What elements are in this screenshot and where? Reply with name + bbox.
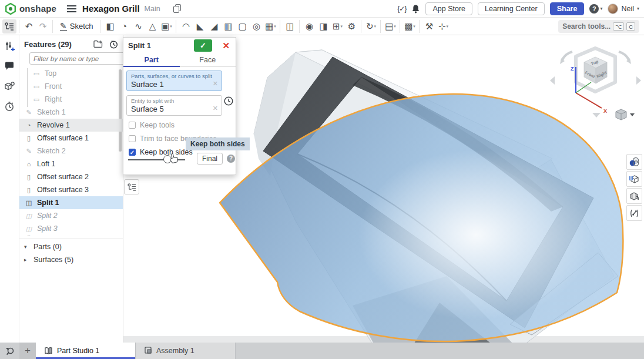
rib-icon[interactable]: ▥ bbox=[221, 19, 235, 33]
custom-tools-icon[interactable]: ⚒ bbox=[422, 19, 436, 33]
app-store-button[interactable]: App Store bbox=[425, 2, 472, 15]
chevron-down-icon[interactable]: ▾ bbox=[170, 24, 172, 29]
model-3d[interactable] bbox=[220, 50, 623, 348]
field-history-clock-icon[interactable] bbox=[224, 96, 233, 106]
add-tab-button[interactable]: + bbox=[19, 343, 36, 359]
search-tools-box[interactable]: Search tools... ⌥ C bbox=[558, 20, 639, 33]
draft-icon[interactable]: ◢ bbox=[207, 19, 221, 33]
feature-item-split-2[interactable]: ◫Split 2 bbox=[19, 209, 123, 222]
shell-icon[interactable]: ▢ bbox=[235, 19, 249, 33]
feature-item-clipped[interactable]: ▯ bbox=[19, 235, 123, 236]
collapsed-feature-list-button[interactable] bbox=[124, 179, 139, 194]
featurescript-icon[interactable]: {✓} bbox=[397, 5, 406, 13]
group-parts-0-[interactable]: ▾Parts (0) bbox=[19, 240, 123, 253]
sheet-metal-icon[interactable]: ▩▾ bbox=[402, 19, 417, 33]
insert-icon[interactable]: ⊹▾ bbox=[436, 19, 450, 33]
appearance-icon[interactable] bbox=[626, 154, 642, 170]
performance-stopwatch-icon[interactable] bbox=[3, 100, 16, 113]
mirror-icon[interactable]: ◫ bbox=[283, 19, 297, 33]
revolve-icon[interactable]: ◔ bbox=[117, 19, 131, 33]
pattern-icon[interactable]: ▦▾ bbox=[263, 19, 277, 33]
helix-icon[interactable]: ↻▾ bbox=[364, 19, 378, 33]
rotate-left-arrow-icon[interactable] bbox=[550, 76, 555, 85]
clear-tool-icon[interactable]: ✕ bbox=[213, 105, 218, 112]
publication-cube-icon[interactable] bbox=[3, 80, 16, 93]
document-title[interactable]: Hexagon Grill bbox=[82, 4, 140, 14]
modify-fillet-icon[interactable]: ⊞▾ bbox=[330, 19, 344, 33]
onshape-logo[interactable]: onshape bbox=[5, 3, 56, 15]
tab-part[interactable]: Part bbox=[123, 53, 180, 66]
comments-icon[interactable] bbox=[3, 60, 16, 73]
cancel-button[interactable]: ✕ bbox=[222, 41, 230, 51]
feature-item-revolve-1[interactable]: ◔Revolve 1 bbox=[19, 119, 123, 132]
chevron-down-icon[interactable]: ▾ bbox=[413, 24, 415, 29]
split-tool-icon[interactable]: ◨ bbox=[316, 19, 330, 33]
feature-item-split-1[interactable]: ◫Split 1 bbox=[19, 196, 123, 209]
toggle-feature-list-button[interactable] bbox=[2, 19, 16, 33]
chevron-down-icon[interactable]: ▾ bbox=[447, 24, 449, 29]
feature-item-offset-surface-1[interactable]: ▯Offset surface 1 bbox=[19, 132, 123, 145]
feature-item-top[interactable]: ▭Top bbox=[19, 67, 123, 80]
rotate-ccw-arrow-icon[interactable] bbox=[562, 52, 572, 61]
chevron-down-icon[interactable]: ▾ bbox=[394, 24, 396, 29]
chevron-down-icon[interactable]: ▾ bbox=[341, 24, 343, 29]
expander-chevron-icon[interactable]: ▸ bbox=[24, 257, 30, 263]
versions-icon[interactable] bbox=[173, 4, 181, 13]
branch-name[interactable]: Main bbox=[145, 5, 160, 13]
chevron-down-icon[interactable]: ▾ bbox=[374, 24, 377, 29]
clear-selection-icon[interactable]: ✕ bbox=[213, 80, 218, 88]
create-folder-icon[interactable] bbox=[93, 40, 103, 48]
keep-tools-checkbox[interactable]: Keep tools bbox=[129, 121, 175, 129]
rotate-cw-arrow-icon[interactable] bbox=[619, 52, 629, 61]
tab-assembly-1[interactable]: Assembly 1 bbox=[136, 343, 236, 359]
redo-icon[interactable]: ↷ bbox=[36, 19, 50, 33]
view-cube[interactable]: Top Front Right Z X bbox=[550, 48, 641, 120]
view-options-button[interactable] bbox=[616, 109, 635, 120]
sketch-button[interactable]: ✎Sketch bbox=[55, 19, 98, 33]
group-surfaces-5-[interactable]: ▸Surfaces (5) bbox=[19, 253, 123, 266]
commit-button[interactable]: ✓ bbox=[194, 39, 212, 52]
feature-item-split-3[interactable]: ◫Split 3 bbox=[19, 222, 123, 235]
history-icon[interactable] bbox=[109, 40, 118, 49]
dialog-help-icon[interactable]: ? bbox=[227, 155, 235, 163]
user-menu[interactable]: Neil ▾ bbox=[608, 4, 639, 14]
section-view-icon[interactable] bbox=[626, 171, 642, 187]
undo-icon[interactable]: ↶ bbox=[22, 19, 36, 33]
thicken-icon[interactable]: ▣▾ bbox=[159, 19, 173, 33]
configurations-icon[interactable] bbox=[3, 40, 16, 53]
chamfer-icon[interactable]: ◣ bbox=[193, 19, 207, 33]
sweep-icon[interactable]: ∿ bbox=[131, 19, 145, 33]
tab-part-studio-1[interactable]: Part Studio 1 bbox=[36, 343, 136, 359]
keep-both-sides-checkbox[interactable]: ✓ Keep both sides bbox=[129, 148, 193, 156]
manage-features-icon[interactable]: ⚙ bbox=[344, 19, 358, 33]
measure-icon[interactable] bbox=[626, 205, 642, 221]
final-button[interactable]: Final bbox=[197, 153, 223, 165]
feature-item-loft-1[interactable]: ⌂Loft 1 bbox=[19, 157, 123, 170]
mesh-view-icon[interactable] bbox=[626, 188, 642, 204]
feature-item-sketch-2[interactable]: ✎Sketch 2 bbox=[19, 145, 123, 157]
main-menu-icon[interactable] bbox=[67, 4, 76, 14]
notifications-bell-icon[interactable] bbox=[411, 4, 420, 14]
boolean-icon[interactable]: ◉ bbox=[302, 19, 316, 33]
feature-item-sketch-1[interactable]: ✎Sketch 1 bbox=[19, 106, 123, 119]
feature-filter-input[interactable] bbox=[29, 52, 129, 65]
learning-center-button[interactable]: Learning Center bbox=[478, 2, 545, 15]
feature-item-front[interactable]: ▭Front bbox=[19, 80, 123, 93]
feature-item-offset-surface-2[interactable]: ▯Offset surface 2 bbox=[19, 170, 123, 183]
share-button[interactable]: Share bbox=[550, 2, 585, 15]
tab-face[interactable]: Face bbox=[180, 53, 236, 66]
feature-item-right[interactable]: ▭Right bbox=[19, 93, 123, 106]
rotate-right-arrow-icon[interactable] bbox=[636, 76, 641, 85]
rotate-down-arrow-icon[interactable] bbox=[592, 113, 601, 118]
named-views-icon[interactable]: ▤▾ bbox=[383, 19, 397, 33]
feature-item-offset-surface-3[interactable]: ▯Offset surface 3 bbox=[19, 183, 123, 196]
chevron-down-icon[interactable]: ▾ bbox=[274, 24, 276, 29]
split-tool-field[interactable]: Entity to split with Surface 5 ✕ bbox=[126, 95, 222, 116]
extrude-icon[interactable]: ◧ bbox=[103, 19, 117, 33]
expander-chevron-icon[interactable]: ▾ bbox=[24, 244, 30, 250]
manage-tabs-button[interactable] bbox=[0, 343, 19, 359]
loft-icon[interactable]: △ bbox=[145, 19, 159, 33]
fillet-icon[interactable]: ◠ bbox=[179, 19, 193, 33]
help-menu[interactable]: ? ▾ bbox=[589, 4, 602, 14]
hole-icon[interactable]: ◎ bbox=[249, 19, 263, 33]
